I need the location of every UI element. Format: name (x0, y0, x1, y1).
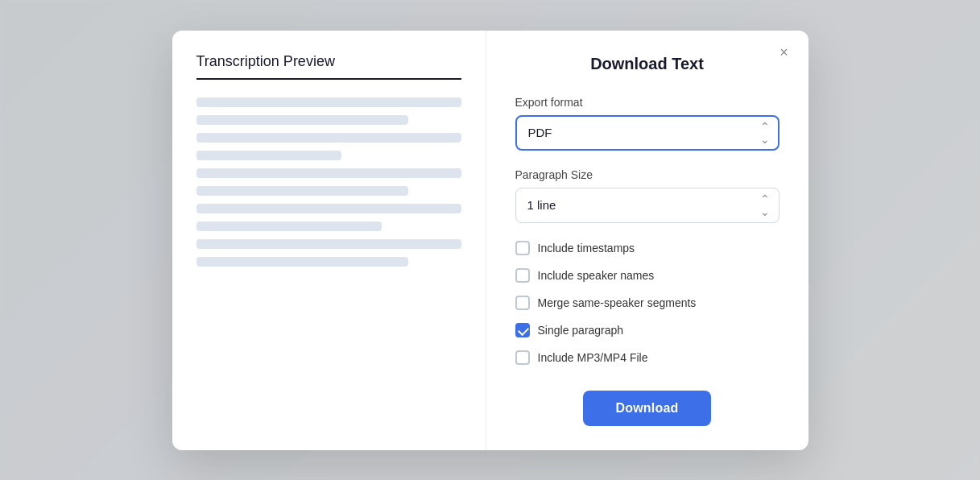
download-modal: × Transcription Preview Download Text (172, 31, 808, 450)
preview-line (196, 239, 461, 249)
checkbox-speaker-names-input[interactable] (515, 268, 530, 283)
close-icon: × (779, 44, 788, 61)
preview-panel: Transcription Preview (172, 31, 486, 450)
checkbox-include-mp3[interactable]: Include MP3/MP4 File (515, 350, 779, 365)
export-format-select[interactable]: PDF DOCX TXT SRT (515, 115, 779, 151)
checkbox-timestamps[interactable]: Include timestamps (515, 241, 779, 255)
checkbox-include-mp3-input[interactable] (515, 350, 530, 365)
checkbox-single-paragraph-input[interactable] (515, 323, 530, 337)
controls-panel: Download Text Export format PDF DOCX TXT… (486, 31, 808, 450)
preview-lines-container (196, 97, 461, 267)
preview-line (196, 221, 382, 231)
checkbox-single-paragraph-label: Single paragraph (538, 324, 624, 337)
modal-overlay: × Transcription Preview Download Text (0, 0, 980, 480)
export-format-wrapper: PDF DOCX TXT SRT ⌃⌄ (515, 115, 779, 151)
checkbox-timestamps-label: Include timestamps (538, 242, 635, 254)
paragraph-size-select[interactable]: 1 line 2 lines 3 lines Custom (515, 188, 779, 223)
preview-line (196, 151, 342, 160)
export-format-label: Export format (515, 96, 779, 109)
preview-line (196, 186, 408, 196)
preview-line (196, 204, 461, 213)
checkbox-merge-segments-label: Merge same-speaker segments (538, 296, 697, 309)
checkbox-merge-segments[interactable]: Merge same-speaker segments (515, 296, 779, 310)
preview-title: Transcription Preview (196, 53, 461, 80)
checkbox-include-mp3-label: Include MP3/MP4 File (538, 351, 648, 364)
close-button[interactable]: × (773, 42, 796, 64)
preview-line (196, 257, 408, 267)
checkbox-speaker-names-label: Include speaker names (538, 269, 655, 282)
modal-title: Download Text (515, 55, 779, 73)
checkbox-speaker-names[interactable]: Include speaker names (515, 268, 779, 283)
preview-line (196, 133, 461, 143)
paragraph-size-label: Paragraph Size (515, 168, 779, 181)
preview-line (196, 168, 461, 178)
checkbox-timestamps-input[interactable] (515, 241, 530, 255)
options-checkboxes: Include timestamps Include speaker names… (515, 241, 779, 365)
preview-line (196, 115, 408, 125)
preview-line (196, 97, 461, 107)
download-button[interactable]: Download (583, 391, 710, 426)
checkbox-merge-segments-input[interactable] (515, 296, 530, 310)
paragraph-size-wrapper: 1 line 2 lines 3 lines Custom ⌃⌄ (515, 188, 779, 223)
checkbox-single-paragraph[interactable]: Single paragraph (515, 323, 779, 337)
